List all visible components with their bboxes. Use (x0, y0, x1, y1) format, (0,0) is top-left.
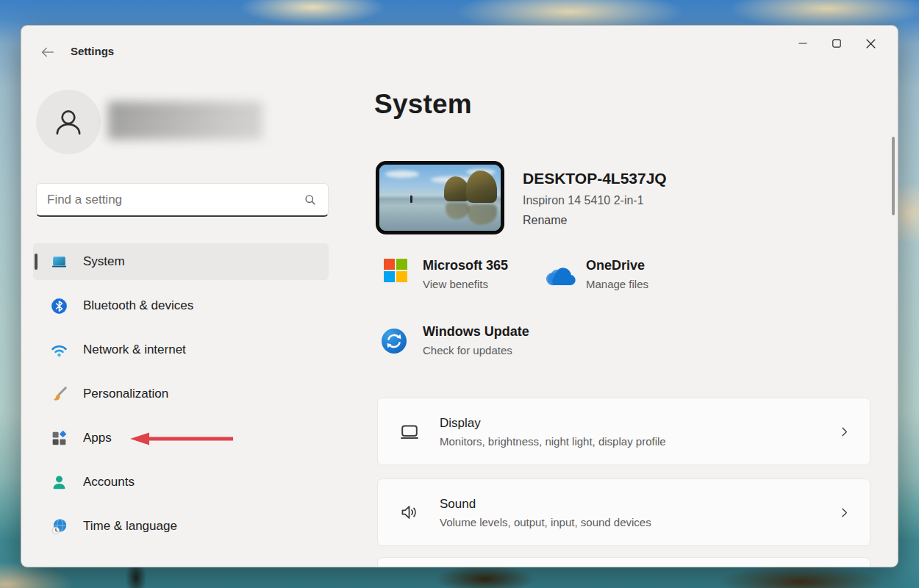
sidebar-nav: System Bluetooth & devices Network (33, 243, 329, 552)
search-box[interactable] (36, 183, 329, 217)
quick-link-title: Windows Update (423, 324, 529, 340)
chevron-right-icon (838, 426, 851, 438)
search-icon (303, 193, 318, 207)
speaker-icon (398, 502, 421, 523)
card-sound[interactable]: Sound Volume levels, output, input, soun… (377, 478, 870, 546)
onedrive-cloud-icon (545, 267, 577, 290)
close-icon (866, 39, 876, 49)
app-title: Settings (71, 45, 114, 57)
sidebar-item-label: Apps (83, 431, 112, 445)
quick-link-title: OneDrive (586, 258, 648, 273)
microsoft-logo-icon (383, 258, 408, 290)
device-thumbnail (376, 161, 504, 234)
sidebar-item-label: Accounts (83, 475, 135, 490)
sidebar-item-apps[interactable]: Apps (33, 420, 329, 456)
sidebar-item-network-internet[interactable]: Network & internet (33, 331, 329, 368)
quick-link-title: Microsoft 365 (423, 258, 508, 273)
display-icon (398, 421, 421, 442)
sidebar-item-label: Bluetooth & devices (83, 298, 193, 313)
window-controls (786, 32, 887, 55)
back-button[interactable] (35, 43, 60, 61)
card-display[interactable]: Display Monitors, brightness, night ligh… (377, 398, 870, 465)
beach-wallpaper-thumbnail (379, 165, 501, 231)
wifi-icon (49, 340, 68, 359)
card-title: Display (440, 416, 838, 431)
user-name-redacted (108, 101, 262, 140)
person-icon (49, 473, 68, 492)
card-subtitle: Volume levels, output, input, sound devi… (440, 516, 838, 528)
quick-link-onedrive: OneDrive Manage files (545, 258, 648, 290)
globe-clock-icon (49, 517, 68, 536)
settings-card-list: Display Monitors, brightness, night ligh… (377, 398, 870, 559)
chevron-right-icon (838, 506, 851, 519)
manage-files-link[interactable]: Manage files (586, 278, 648, 290)
sidebar-item-system[interactable]: System (33, 243, 329, 280)
device-name: DESKTOP-4L537JQ (523, 170, 667, 187)
sidebar-item-time-language[interactable]: Time & language (33, 508, 329, 545)
sidebar-item-personalization[interactable]: Personalization (33, 376, 329, 412)
scrollbar-thumb[interactable] (892, 137, 895, 215)
search-input[interactable] (47, 193, 303, 207)
sidebar-item-label: Network & internet (83, 343, 186, 357)
quick-link-microsoft-365: Microsoft 365 View benefits (383, 258, 508, 290)
minimize-button[interactable] (786, 32, 820, 55)
laptop-icon (49, 252, 68, 271)
sidebar-item-label: Time & language (83, 519, 177, 534)
close-button[interactable] (854, 32, 887, 55)
view-benefits-link[interactable]: View benefits (423, 278, 508, 290)
sidebar-item-accounts[interactable]: Accounts (33, 464, 329, 501)
paintbrush-icon (49, 384, 68, 404)
page-title: System (374, 89, 472, 120)
minimize-icon (798, 39, 807, 48)
device-info: DESKTOP-4L537JQ Inspiron 14 5410 2-in-1 … (523, 170, 667, 227)
apps-grid-icon (49, 429, 68, 448)
back-arrow-icon (39, 44, 55, 60)
sidebar-item-label: System (83, 254, 125, 269)
avatar[interactable] (36, 90, 101, 154)
quick-link-windows-update: Windows Update Check for updates (381, 324, 529, 357)
card-subtitle: Monitors, brightness, night light, displ… (440, 435, 838, 448)
windows-update-icon (381, 328, 407, 357)
selection-indicator (35, 254, 37, 270)
sidebar-item-bluetooth-devices[interactable]: Bluetooth & devices (33, 287, 329, 324)
maximize-button[interactable] (820, 32, 854, 55)
card-partial-next[interactable] (377, 557, 870, 567)
device-model: Inspiron 14 5410 2-in-1 (523, 194, 667, 207)
maximize-icon (832, 39, 841, 48)
settings-window: Settings (21, 25, 898, 567)
rename-button[interactable]: Rename (523, 214, 567, 227)
sidebar-item-label: Personalization (83, 387, 168, 401)
person-icon (50, 104, 87, 140)
card-title: Sound (440, 497, 838, 512)
check-for-updates-link[interactable]: Check for updates (423, 344, 529, 356)
bluetooth-icon (49, 296, 68, 315)
